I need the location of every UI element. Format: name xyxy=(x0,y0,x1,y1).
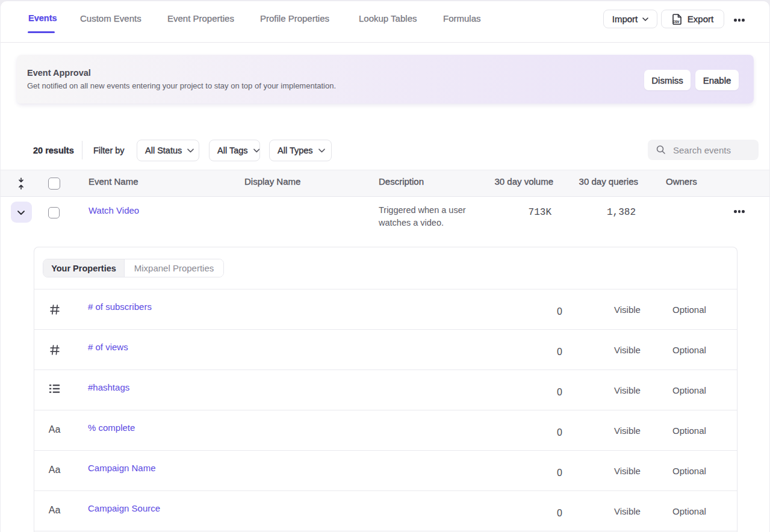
svg-text:csv: csv xyxy=(672,19,679,23)
